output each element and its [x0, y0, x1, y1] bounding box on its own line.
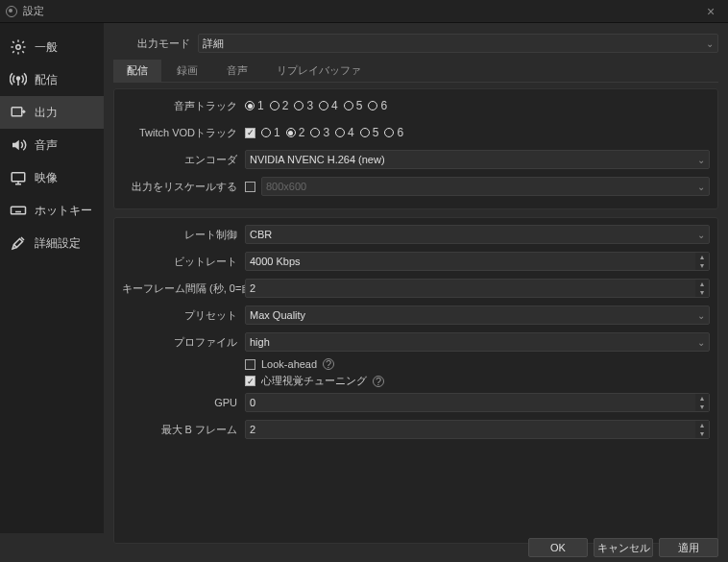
encoder-settings-panel: レート制御 CBR ⌄ ビットレート ▴▾ キーフレーム間隔 (秒, 0=自動): [113, 217, 718, 544]
spin-up-icon[interactable]: ▴: [695, 421, 709, 429]
sidebar-item-stream[interactable]: 配信: [0, 63, 104, 96]
audio-track-5[interactable]: 5: [344, 99, 363, 112]
audio-track-3[interactable]: 3: [294, 99, 313, 112]
sidebar-item-advanced[interactable]: 詳細設定: [0, 227, 104, 259]
rescale-label: 出力をリスケールする: [122, 180, 245, 194]
preset-label: プリセット: [122, 308, 245, 323]
close-icon[interactable]: ×: [699, 4, 722, 19]
tab-audio[interactable]: 音声: [213, 60, 261, 82]
vod-track-6[interactable]: 6: [384, 126, 403, 139]
sidebar-item-label: 音声: [35, 137, 58, 154]
chevron-down-icon: ⌄: [706, 38, 714, 49]
chevron-down-icon: ⌄: [697, 337, 705, 348]
output-mode-select[interactable]: 詳細 ⌄: [198, 34, 718, 53]
spin-up-icon[interactable]: ▴: [695, 394, 709, 403]
apply-button[interactable]: 適用: [659, 538, 718, 557]
audio-track-2[interactable]: 2: [270, 99, 289, 112]
bitrate-input[interactable]: [245, 252, 710, 271]
psycho-checkbox[interactable]: ✓: [245, 376, 255, 386]
gpu-label: GPU: [122, 397, 245, 408]
encoder-value: NVIDIA NVENC H.264 (new): [250, 154, 385, 165]
chevron-down-icon: ⌄: [697, 182, 705, 192]
lookahead-label: Look-ahead: [261, 358, 317, 370]
profile-select[interactable]: high ⌄: [245, 332, 710, 352]
sidebar-item-label: 一般: [35, 39, 58, 56]
audio-track-4[interactable]: 4: [319, 99, 338, 112]
broadcast-icon: [8, 71, 29, 88]
keyboard-icon: [8, 202, 29, 219]
sidebar-item-general[interactable]: 一般: [0, 31, 104, 63]
chevron-down-icon: ⌄: [697, 230, 705, 240]
gear-icon: [8, 38, 29, 56]
spin-down-icon[interactable]: ▾: [695, 288, 709, 297]
tab-stream[interactable]: 配信: [113, 60, 161, 82]
vod-track-group: ✓ 1 2 3 4 5 6: [245, 126, 710, 139]
ok-button[interactable]: OK: [528, 538, 588, 557]
chevron-down-icon: ⌄: [697, 155, 705, 165]
tools-icon: [8, 234, 29, 252]
audio-track-group: 1 2 3 4 5 6: [245, 99, 710, 112]
svg-rect-3: [12, 173, 25, 182]
audio-track-6[interactable]: 6: [368, 99, 387, 112]
spin-down-icon[interactable]: ▾: [695, 403, 709, 411]
preset-select[interactable]: Max Quality ⌄: [245, 305, 710, 325]
monitor-icon: [8, 169, 29, 186]
vod-track-2[interactable]: 2: [286, 126, 305, 139]
window-title: 設定: [23, 4, 699, 18]
vod-track-label: Twitch VODトラック: [122, 126, 245, 140]
lookahead-checkbox[interactable]: [245, 359, 255, 370]
app-logo-icon: [6, 6, 17, 17]
svg-point-0: [16, 45, 21, 50]
keyint-label: キーフレーム間隔 (秒, 0=自動): [122, 281, 245, 296]
sidebar-item-hotkeys[interactable]: ホットキー: [0, 194, 104, 227]
bframes-input[interactable]: [245, 420, 710, 439]
rescale-select[interactable]: 800x600 ⌄: [261, 177, 710, 196]
bitrate-label: ビットレート: [122, 255, 245, 269]
profile-label: プロファイル: [122, 335, 245, 350]
spin-down-icon[interactable]: ▾: [695, 429, 709, 438]
help-icon[interactable]: ?: [373, 376, 384, 387]
help-icon[interactable]: ?: [323, 358, 334, 370]
vod-track-4[interactable]: 4: [335, 126, 354, 139]
encoder-panel: 音声トラック 1 2 3 4 5 6 Twitch VODトラック ✓ 1 2 …: [113, 88, 718, 209]
spin-up-icon[interactable]: ▴: [695, 280, 709, 288]
rescale-checkbox[interactable]: [245, 182, 255, 192]
vod-track-5[interactable]: 5: [360, 126, 379, 139]
sidebar-item-video[interactable]: 映像: [0, 161, 104, 194]
cancel-button[interactable]: キャンセル: [594, 538, 653, 557]
psycho-label: 心理視覚チューニング: [261, 374, 367, 388]
bframes-label: 最大 B フレーム: [122, 423, 245, 437]
sidebar-item-label: ホットキー: [35, 203, 92, 219]
rate-control-label: レート制御: [122, 228, 245, 242]
svg-rect-4: [12, 207, 26, 214]
vod-track-3[interactable]: 3: [310, 126, 329, 139]
speaker-icon: [8, 136, 29, 154]
gpu-input[interactable]: [245, 393, 710, 412]
encoder-select[interactable]: NVIDIA NVENC H.264 (new) ⌄: [245, 150, 710, 169]
chevron-down-icon: ⌄: [697, 310, 705, 321]
tab-record[interactable]: 録画: [163, 60, 211, 82]
main-panel: 出力モード 詳細 ⌄ 配信 録画 音声 リプレイバッファ 音声トラック 1 2: [104, 23, 728, 533]
sidebar-item-audio[interactable]: 音声: [0, 129, 104, 161]
output-mode-value: 詳細: [203, 37, 224, 51]
vod-track-1[interactable]: 1: [261, 126, 280, 139]
sidebar-item-label: 映像: [35, 170, 58, 186]
profile-value: high: [250, 336, 270, 348]
sidebar-item-output[interactable]: 出力: [0, 96, 104, 129]
rate-control-value: CBR: [250, 229, 272, 240]
vod-enable-checkbox[interactable]: ✓: [245, 128, 255, 138]
preset-value: Max Quality: [250, 309, 305, 321]
output-mode-label: 出力モード: [113, 37, 198, 51]
tab-replay[interactable]: リプレイバッファ: [263, 60, 375, 82]
encoder-label: エンコーダ: [122, 153, 245, 167]
sidebar-item-label: 配信: [35, 72, 58, 88]
titlebar: 設定 ×: [0, 0, 728, 23]
audio-track-1[interactable]: 1: [245, 99, 264, 112]
spin-up-icon[interactable]: ▴: [695, 253, 709, 261]
rescale-placeholder: 800x600: [266, 181, 306, 192]
output-icon: [8, 104, 29, 121]
keyint-input[interactable]: [245, 279, 710, 298]
rate-control-select[interactable]: CBR ⌄: [245, 225, 710, 244]
sidebar-item-label: 詳細設定: [35, 235, 81, 252]
spin-down-icon[interactable]: ▾: [695, 261, 709, 270]
